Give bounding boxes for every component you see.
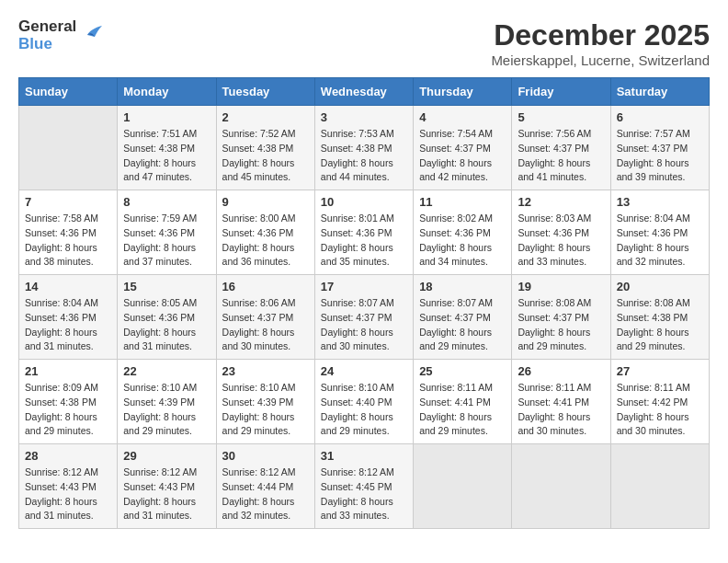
calendar-cell: 18Sunrise: 8:07 AMSunset: 4:37 PMDayligh… (414, 275, 512, 360)
calendar-cell: 11Sunrise: 8:02 AMSunset: 4:36 PMDayligh… (414, 190, 512, 275)
calendar-cell: 17Sunrise: 8:07 AMSunset: 4:37 PMDayligh… (314, 275, 413, 360)
day-number: 18 (419, 280, 506, 293)
logo-bird-icon (82, 18, 108, 48)
cell-info: Sunrise: 8:04 AMSunset: 4:36 PMDaylight:… (25, 297, 98, 351)
day-number: 28 (25, 449, 111, 463)
day-number: 1 (123, 110, 210, 124)
day-number: 16 (222, 280, 309, 293)
calendar-cell: 27Sunrise: 8:11 AMSunset: 4:42 PMDayligh… (610, 360, 709, 444)
day-number: 4 (419, 110, 506, 124)
cell-info: Sunrise: 7:54 AMSunset: 4:37 PMDaylight:… (419, 128, 493, 182)
day-number: 23 (222, 364, 309, 378)
calendar-cell (610, 444, 709, 529)
day-number: 10 (321, 195, 407, 209)
calendar-header-row: SundayMondayTuesdayWednesdayThursdayFrid… (19, 78, 710, 106)
day-number: 31 (321, 449, 407, 463)
cell-info: Sunrise: 8:11 AMSunset: 4:41 PMDaylight:… (419, 382, 493, 436)
cell-info: Sunrise: 8:11 AMSunset: 4:41 PMDaylight:… (518, 382, 591, 436)
calendar-cell: 31Sunrise: 8:12 AMSunset: 4:45 PMDayligh… (314, 444, 413, 529)
day-number: 29 (123, 449, 210, 463)
cell-info: Sunrise: 7:53 AMSunset: 4:38 PMDaylight:… (321, 128, 394, 182)
day-number: 14 (25, 280, 111, 293)
calendar-cell: 4Sunrise: 7:54 AMSunset: 4:37 PMDaylight… (414, 106, 512, 190)
column-header-sunday: Sunday (19, 78, 118, 106)
calendar-table: SundayMondayTuesdayWednesdayThursdayFrid… (18, 77, 710, 529)
calendar-cell: 16Sunrise: 8:06 AMSunset: 4:37 PMDayligh… (216, 275, 314, 360)
calendar-week-row: 21Sunrise: 8:09 AMSunset: 4:38 PMDayligh… (19, 360, 710, 444)
day-number: 7 (25, 195, 111, 209)
calendar-cell (19, 106, 118, 190)
day-number: 5 (518, 110, 604, 124)
location-title: Meierskappel, Lucerne, Switzerland (491, 52, 710, 68)
cell-info: Sunrise: 7:52 AMSunset: 4:38 PMDaylight:… (222, 128, 296, 182)
day-number: 9 (222, 195, 309, 209)
calendar-week-row: 1Sunrise: 7:51 AMSunset: 4:38 PMDaylight… (19, 106, 710, 190)
day-number: 19 (518, 280, 604, 293)
calendar-cell: 9Sunrise: 8:00 AMSunset: 4:36 PMDaylight… (216, 190, 314, 275)
calendar-cell: 29Sunrise: 8:12 AMSunset: 4:43 PMDayligh… (118, 444, 216, 529)
cell-info: Sunrise: 8:03 AMSunset: 4:36 PMDaylight:… (518, 213, 591, 267)
calendar-week-row: 28Sunrise: 8:12 AMSunset: 4:43 PMDayligh… (19, 444, 710, 529)
cell-info: Sunrise: 8:10 AMSunset: 4:39 PMDaylight:… (222, 382, 296, 436)
cell-info: Sunrise: 8:01 AMSunset: 4:36 PMDaylight:… (321, 213, 394, 267)
cell-info: Sunrise: 7:56 AMSunset: 4:37 PMDaylight:… (518, 128, 591, 182)
cell-info: Sunrise: 8:09 AMSunset: 4:38 PMDaylight:… (25, 382, 98, 436)
day-number: 11 (419, 195, 506, 209)
calendar-cell: 28Sunrise: 8:12 AMSunset: 4:43 PMDayligh… (19, 444, 118, 529)
title-block: December 2025 Meierskappel, Lucerne, Swi… (491, 18, 710, 68)
column-header-tuesday: Tuesday (216, 78, 314, 106)
cell-info: Sunrise: 8:07 AMSunset: 4:37 PMDaylight:… (419, 297, 493, 351)
day-number: 22 (123, 364, 210, 378)
calendar-cell: 22Sunrise: 8:10 AMSunset: 4:39 PMDayligh… (118, 360, 216, 444)
cell-info: Sunrise: 8:00 AMSunset: 4:36 PMDaylight:… (222, 213, 296, 267)
day-number: 12 (518, 195, 604, 209)
calendar-cell (414, 444, 512, 529)
calendar-cell: 30Sunrise: 8:12 AMSunset: 4:44 PMDayligh… (216, 444, 314, 529)
cell-info: Sunrise: 8:10 AMSunset: 4:39 PMDaylight:… (123, 382, 197, 436)
calendar-cell: 12Sunrise: 8:03 AMSunset: 4:36 PMDayligh… (512, 190, 610, 275)
day-number: 20 (617, 280, 703, 293)
calendar-cell: 14Sunrise: 8:04 AMSunset: 4:36 PMDayligh… (19, 275, 118, 360)
column-header-saturday: Saturday (610, 78, 709, 106)
calendar-week-row: 7Sunrise: 7:58 AMSunset: 4:36 PMDaylight… (19, 190, 710, 275)
calendar-cell: 15Sunrise: 8:05 AMSunset: 4:36 PMDayligh… (118, 275, 216, 360)
cell-info: Sunrise: 7:57 AMSunset: 4:37 PMDaylight:… (617, 128, 690, 182)
day-number: 21 (25, 364, 111, 378)
cell-info: Sunrise: 8:08 AMSunset: 4:38 PMDaylight:… (617, 297, 690, 351)
column-header-monday: Monday (118, 78, 216, 106)
day-number: 26 (518, 364, 604, 378)
cell-info: Sunrise: 8:12 AMSunset: 4:44 PMDaylight:… (222, 466, 296, 521)
calendar-cell: 20Sunrise: 8:08 AMSunset: 4:38 PMDayligh… (610, 275, 709, 360)
cell-info: Sunrise: 8:12 AMSunset: 4:43 PMDaylight:… (25, 466, 98, 521)
cell-info: Sunrise: 8:06 AMSunset: 4:37 PMDaylight:… (222, 297, 296, 351)
day-number: 13 (617, 195, 703, 209)
page-header: General Blue December 2025 Meierskappel,… (18, 18, 710, 68)
cell-info: Sunrise: 7:58 AMSunset: 4:36 PMDaylight:… (25, 213, 98, 267)
day-number: 24 (321, 364, 407, 378)
calendar-week-row: 14Sunrise: 8:04 AMSunset: 4:36 PMDayligh… (19, 275, 710, 360)
logo-general: General (18, 18, 76, 36)
calendar-cell: 10Sunrise: 8:01 AMSunset: 4:36 PMDayligh… (314, 190, 413, 275)
logo: General Blue (18, 18, 108, 53)
calendar-cell (512, 444, 610, 529)
cell-info: Sunrise: 8:04 AMSunset: 4:36 PMDaylight:… (617, 213, 690, 267)
cell-info: Sunrise: 8:07 AMSunset: 4:37 PMDaylight:… (321, 297, 394, 351)
cell-info: Sunrise: 7:51 AMSunset: 4:38 PMDaylight:… (123, 128, 197, 182)
day-number: 6 (617, 110, 703, 124)
cell-info: Sunrise: 8:10 AMSunset: 4:40 PMDaylight:… (321, 382, 394, 436)
day-number: 15 (123, 280, 210, 293)
cell-info: Sunrise: 8:02 AMSunset: 4:36 PMDaylight:… (419, 213, 493, 267)
column-header-thursday: Thursday (414, 78, 512, 106)
calendar-cell: 25Sunrise: 8:11 AMSunset: 4:41 PMDayligh… (414, 360, 512, 444)
day-number: 27 (617, 364, 703, 378)
cell-info: Sunrise: 8:05 AMSunset: 4:36 PMDaylight:… (123, 297, 197, 351)
calendar-cell: 19Sunrise: 8:08 AMSunset: 4:37 PMDayligh… (512, 275, 610, 360)
calendar-cell: 26Sunrise: 8:11 AMSunset: 4:41 PMDayligh… (512, 360, 610, 444)
cell-info: Sunrise: 7:59 AMSunset: 4:36 PMDaylight:… (123, 213, 197, 267)
calendar-cell: 3Sunrise: 7:53 AMSunset: 4:38 PMDaylight… (314, 106, 413, 190)
calendar-cell: 2Sunrise: 7:52 AMSunset: 4:38 PMDaylight… (216, 106, 314, 190)
day-number: 3 (321, 110, 407, 124)
calendar-cell: 1Sunrise: 7:51 AMSunset: 4:38 PMDaylight… (118, 106, 216, 190)
logo-blue: Blue (18, 36, 76, 53)
day-number: 8 (123, 195, 210, 209)
